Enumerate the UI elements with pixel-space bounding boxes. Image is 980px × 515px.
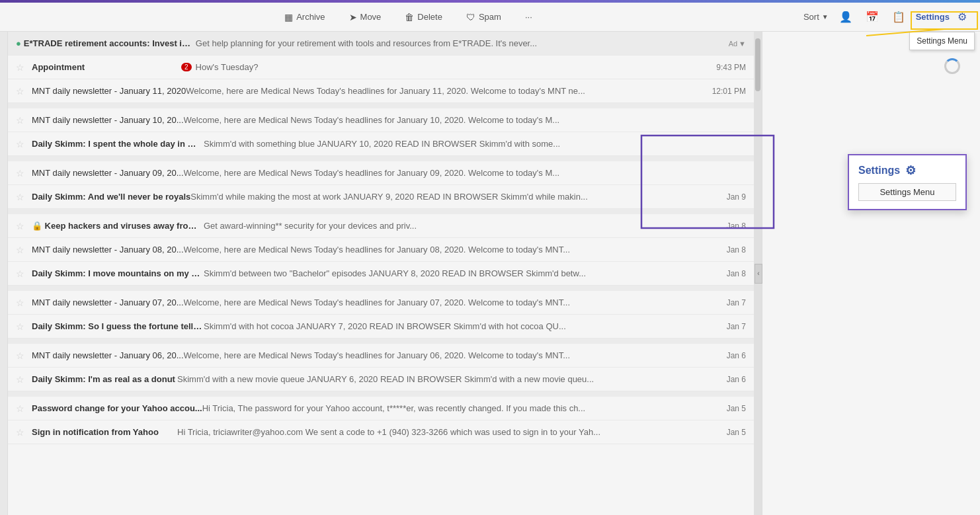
star-icon[interactable]: ☆ (16, 403, 26, 414)
delete-label: Delete (417, 12, 442, 22)
star-icon[interactable]: ☆ (16, 115, 26, 126)
email-preview: Hi Tricia, The password for your Yahoo a… (202, 403, 720, 413)
toolbar: ▦ Archive ➤ Move 🗑 Delete 🛡 Spam ··· Sor… (0, 3, 980, 32)
email-row[interactable]: ☆ Sign in notification from Yahoo Hi Tri… (8, 420, 754, 444)
email-row[interactable]: ☆ Daily Skimm: I move mountains on my o.… (8, 262, 754, 286)
email-preview: Skimm'd with something blue JANUARY 10, … (204, 139, 739, 149)
sort-label: Sort (803, 12, 819, 22)
main-content: ● E*TRADE retirement accounts: Invest in… (0, 32, 980, 515)
email-preview: Get award-winning** security for your de… (204, 221, 720, 231)
email-preview: How's Tuesday? (196, 62, 710, 72)
star-icon[interactable]: ☆ (16, 86, 26, 97)
email-row[interactable]: ☆ MNT daily newsletter - January 08, 20.… (8, 238, 754, 262)
star-icon[interactable]: ☆ (16, 168, 26, 178)
settings-gear-icon: ⚙ (905, 163, 916, 178)
more-button[interactable]: ··· (520, 9, 538, 24)
settings-link[interactable]: Settings (916, 12, 950, 22)
delete-button[interactable]: 🗑 Delete (399, 9, 448, 25)
email-preview: Skimm'd while making the most at work JA… (190, 192, 719, 202)
sort-chevron-icon: ▼ (822, 13, 829, 20)
email-preview: Skimm'd with a new movie queue JANUARY 6… (177, 374, 720, 384)
email-row[interactable]: ☆ 🔒 Keep hackers and viruses away from y… (8, 214, 754, 238)
section-divider (8, 103, 754, 108)
move-icon: ➤ (349, 12, 357, 22)
spam-icon: 🛡 (466, 12, 475, 22)
email-preview: Hi Tricia, triciawriter@yahoo.com We sen… (177, 427, 720, 437)
email-row[interactable]: ☆ Daily Skimm: So I guess the fortune te… (8, 315, 754, 338)
archive-label: Archive (296, 12, 325, 22)
calendar-icon-button[interactable]: 📅 (863, 8, 881, 26)
email-row[interactable]: ☆ Daily Skimm: I spent the whole day in … (8, 132, 754, 156)
section-divider (8, 286, 754, 291)
email-row[interactable]: ● E*TRADE retirement accounts: Invest in… (8, 32, 754, 56)
star-icon[interactable]: ☆ (16, 427, 26, 438)
email-timestamp: Jan 8 (720, 245, 746, 255)
settings-menu-label: Settings Menu (879, 187, 934, 197)
settings-popup: Settings ⚙ Settings Menu (848, 154, 967, 210)
left-sidebar-strip (0, 32, 8, 515)
email-timestamp: Jan 6 (720, 351, 746, 360)
star-icon[interactable]: ☆ (16, 297, 26, 308)
section-divider (8, 391, 754, 397)
email-preview: Skimm'd between two "Bachelor" episodes … (204, 268, 720, 278)
email-row[interactable]: ☆ MNT daily newsletter - January 06, 20.… (8, 344, 754, 368)
email-timestamp: Jan 9 (720, 192, 746, 202)
notes-icon-button[interactable]: 📋 (889, 8, 908, 26)
star-icon[interactable]: ☆ (16, 374, 26, 385)
ad-sender-icon: ● (16, 38, 21, 48)
email-row[interactable]: ☆ Appointment 2 How's Tuesday? 9:43 PM (8, 56, 754, 79)
email-sender: Daily Skimm: So I guess the fortune tell… (32, 321, 204, 331)
email-preview: Welcome, here are Medical News Today's h… (184, 245, 720, 255)
email-row[interactable]: ☆ Password change for your Yahoo accou..… (8, 397, 754, 420)
settings-menu-item[interactable]: Settings Menu (858, 183, 956, 201)
tooltip-text: Settings Menu (917, 36, 967, 46)
sort-button[interactable]: Sort ▼ (803, 12, 829, 22)
spam-button[interactable]: 🛡 Spam (461, 9, 507, 25)
email-sender: Appointment (32, 62, 177, 72)
email-sender: MNT daily newsletter - January 08, 20... (32, 245, 184, 255)
email-sender: Daily Skimm: I'm as real as a donut (32, 374, 177, 384)
star-icon[interactable]: ☆ (16, 350, 26, 361)
ad-label: Ad ▼ (729, 40, 746, 48)
toolbar-right: Sort ▼ 👤 📅 📋 Settings ⚙ (803, 8, 967, 26)
email-preview: Skimm'd with hot cocoa JANUARY 7, 2020 R… (204, 321, 720, 331)
email-list: ● E*TRADE retirement accounts: Invest in… (8, 32, 754, 515)
star-icon[interactable]: ☆ (16, 321, 26, 332)
email-timestamp: Jan 8 (720, 269, 746, 278)
toolbar-actions: ▦ Archive ➤ Move 🗑 Delete 🛡 Spam ··· (13, 9, 803, 25)
star-icon[interactable]: ☆ (16, 245, 26, 255)
star-icon[interactable]: ☆ (16, 268, 26, 279)
email-preview: Welcome, here are Medical News Today's h… (184, 297, 720, 307)
star-icon[interactable]: ☆ (16, 139, 26, 149)
move-button[interactable]: ➤ Move (344, 9, 387, 25)
email-sender: Daily Skimm: And we'll never be royals (32, 192, 190, 202)
email-timestamp: Jan 5 (720, 404, 746, 413)
email-sender: MNT daily newsletter - January 10, 20... (32, 115, 184, 125)
email-row[interactable]: ☆ MNT daily newsletter - January 10, 20.… (8, 108, 754, 132)
contact-icon-button[interactable]: 👤 (837, 8, 855, 26)
email-row[interactable]: ☆ MNT daily newsletter - January 07, 20.… (8, 291, 754, 315)
email-sender: E*TRADE retirement accounts: Invest in y… (24, 38, 196, 48)
email-timestamp: 12:01 PM (706, 87, 746, 96)
email-sender: Daily Skimm: I spent the whole day in my… (32, 139, 204, 149)
loading-indicator (944, 58, 960, 74)
email-preview: Welcome, here are Medical News Today's h… (186, 86, 705, 96)
email-row[interactable]: ☆ Daily Skimm: And we'll never be royals… (8, 185, 754, 209)
settings-gear-icon[interactable]: ⚙ (958, 11, 967, 23)
settings-popup-title: Settings ⚙ (858, 163, 956, 178)
star-icon[interactable]: ☆ (16, 221, 26, 231)
expand-panel-button[interactable]: ‹ (755, 264, 762, 284)
move-label: Move (360, 12, 382, 22)
section-divider (8, 156, 754, 161)
email-row[interactable]: ☆ MNT daily newsletter - January 09, 20.… (8, 161, 754, 185)
email-row[interactable]: ☆ MNT daily newsletter - January 11, 202… (8, 79, 754, 103)
email-timestamp: Jan 8 (720, 221, 746, 231)
star-icon[interactable]: ☆ (16, 62, 26, 73)
star-icon[interactable]: ☆ (16, 192, 26, 202)
archive-button[interactable]: ▦ Archive (279, 9, 330, 25)
scrollbar-thumb[interactable] (755, 38, 760, 91)
email-timestamp: Jan 5 (720, 428, 746, 437)
email-row[interactable]: ☆ Daily Skimm: I'm as real as a donut Sk… (8, 368, 754, 391)
email-preview: Get help planning for your retirement wi… (196, 38, 722, 48)
settings-title-text: Settings (858, 165, 900, 177)
